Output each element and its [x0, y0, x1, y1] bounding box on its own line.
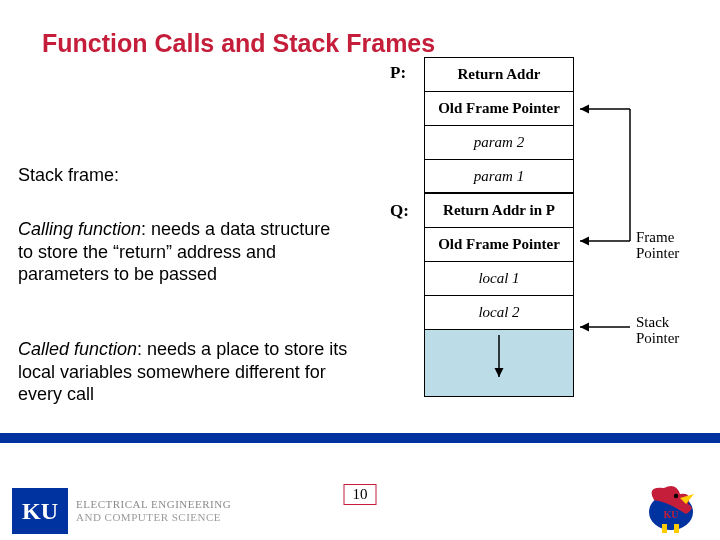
dept-line2: AND COMPUTER SCIENCE	[76, 511, 231, 524]
called-function-text: Called function: needs a place to store …	[18, 338, 348, 406]
ku-logo-icon: KU	[12, 488, 68, 534]
dept-line1: ELECTRICAL ENGINEERING	[76, 498, 231, 511]
stack-frame-label: Stack frame:	[18, 164, 348, 187]
calling-function-text: Calling function: needs a data structure…	[18, 218, 348, 286]
department-text: ELECTRICAL ENGINEERING AND COMPUTER SCIE…	[76, 498, 231, 524]
svg-point-6	[674, 494, 678, 498]
svg-rect-8	[674, 524, 679, 533]
divider-bar	[0, 433, 720, 443]
stack-diagram: P: Q: Return Addr Old Frame Pointer para…	[358, 45, 718, 445]
page-number: 10	[344, 484, 377, 505]
svg-text:KU: KU	[664, 509, 679, 520]
diagram-arrows	[358, 45, 718, 445]
ku-logo-block: KU ELECTRICAL ENGINEERING AND COMPUTER S…	[12, 488, 231, 534]
called-label: Called function	[18, 339, 137, 359]
calling-label: Calling function	[18, 219, 141, 239]
svg-rect-7	[662, 524, 667, 533]
jayhawk-icon: KU	[636, 478, 706, 534]
